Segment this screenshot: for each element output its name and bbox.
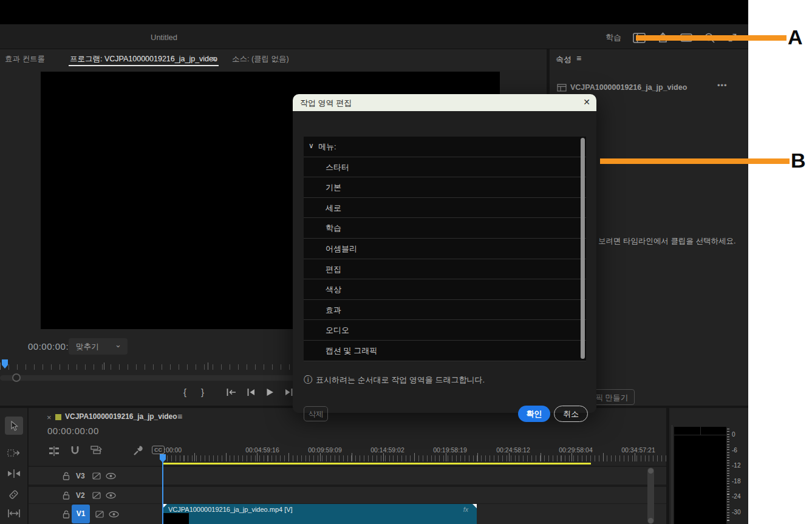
workspace-row[interactable]: 어셈블리 bbox=[304, 239, 586, 259]
selection-tool[interactable] bbox=[5, 417, 23, 435]
audio-meter-bars bbox=[674, 427, 726, 524]
workspace-row[interactable]: 기본 bbox=[304, 177, 586, 198]
mark-out-icon[interactable]: } bbox=[201, 387, 204, 397]
dialog-info-row: ⓘ표시하려는 순서대로 작업 영역을 드래그합니다. bbox=[304, 375, 485, 386]
meter-scale-label: -12 bbox=[732, 462, 740, 469]
workspace-row-label: 편집 bbox=[326, 264, 341, 275]
track-select-forward-tool[interactable] bbox=[7, 448, 21, 458]
clip-thumbnail bbox=[163, 513, 189, 524]
zoom-fit-label: 맞추기 bbox=[76, 342, 99, 352]
delete-button[interactable]: 삭제 bbox=[304, 406, 328, 421]
ok-button[interactable]: 확인 bbox=[518, 406, 550, 422]
clip-name: VCJPA10000019216_ja_jp_video.mp4 [V] bbox=[168, 506, 293, 513]
properties-panel-title: 속성 bbox=[556, 54, 571, 65]
zoom-fit-select[interactable]: 맞추기 ⌄ bbox=[69, 338, 128, 355]
insert-overwrite-nest-icon[interactable] bbox=[49, 446, 60, 457]
razor-tool[interactable] bbox=[8, 489, 19, 500]
workspace-row[interactable]: 편집 bbox=[304, 259, 586, 280]
meter-scale-label: 0 bbox=[732, 431, 735, 438]
chevron-down-icon[interactable]: ∨ bbox=[309, 141, 314, 150]
timeline-settings-wrench-icon[interactable] bbox=[133, 445, 144, 456]
track-lock-icon[interactable] bbox=[63, 491, 70, 500]
snap-magnet-icon[interactable] bbox=[70, 445, 80, 456]
annotation-letter-a: A bbox=[788, 26, 803, 49]
screenshot: Untitled 학습 bbox=[0, 0, 812, 524]
meter-scale-label: -30 bbox=[732, 509, 740, 515]
meter-panel-edge bbox=[672, 425, 672, 524]
mark-in-icon[interactable]: { bbox=[183, 387, 186, 397]
go-to-in-icon[interactable] bbox=[226, 388, 237, 396]
close-sequence-tab-icon[interactable]: × bbox=[47, 413, 52, 422]
workspace-row[interactable]: 세로 bbox=[304, 198, 586, 219]
tab-source-monitor[interactable]: 소스: (클립 없음) bbox=[232, 54, 289, 64]
track-lock-icon[interactable] bbox=[63, 510, 70, 519]
annotation-letter-b: B bbox=[791, 149, 806, 172]
meter-scale-label: -6 bbox=[732, 447, 737, 454]
annotation-line-a bbox=[636, 35, 786, 41]
close-icon[interactable]: ✕ bbox=[583, 97, 590, 107]
premiere-app-window: Untitled 학습 bbox=[0, 0, 748, 524]
video-clip[interactable]: VCJPA10000019216_ja_jp_video.mp4 [V] fx bbox=[163, 504, 477, 524]
meter-peak-divider bbox=[674, 435, 726, 435]
timeline-v-scrollbar[interactable] bbox=[647, 468, 654, 524]
slip-tool[interactable] bbox=[7, 509, 21, 518]
toggle-track-output-eye-icon[interactable] bbox=[109, 511, 119, 517]
track-target-badge[interactable]: V1 bbox=[72, 505, 90, 523]
workspace-row-label: 세로 bbox=[326, 203, 341, 214]
scrollbar-top-cap[interactable] bbox=[648, 468, 653, 474]
workspace-row[interactable]: 효과 bbox=[304, 300, 586, 321]
active-tab-underline bbox=[69, 65, 219, 66]
meter-scale-label: -24 bbox=[732, 493, 740, 500]
program-h-scrollbar-handle[interactable] bbox=[12, 373, 21, 382]
step-back-icon[interactable] bbox=[247, 388, 256, 396]
tab-program-monitor[interactable]: 프로그램: VCJPA10000019216_ja_jp_video bbox=[70, 54, 217, 64]
sequence-color-swatch bbox=[55, 414, 61, 420]
dialog-info-text: 표시하려는 순서대로 작업 영역을 드래그합니다. bbox=[316, 375, 485, 384]
workspace-row[interactable]: 스타터 bbox=[304, 157, 586, 178]
learn-button[interactable]: 학습 bbox=[606, 32, 621, 43]
clip-out-handle[interactable] bbox=[473, 504, 477, 508]
meter-tick-scale bbox=[727, 429, 729, 521]
clip-in-handle[interactable] bbox=[163, 504, 167, 508]
linked-selection-icon[interactable] bbox=[90, 445, 103, 456]
sync-lock-icon[interactable] bbox=[95, 511, 104, 518]
tab-effect-controls[interactable]: 효과 컨트롤 bbox=[5, 54, 45, 64]
workspace-row[interactable]: 오디오 bbox=[304, 320, 586, 341]
sync-lock-icon[interactable] bbox=[92, 492, 101, 499]
meter-scale-label: -18 bbox=[732, 478, 740, 485]
sync-lock-icon[interactable] bbox=[92, 472, 101, 480]
dialog-body: ∨ 메뉴: 스타터 기본 세로 학습 어셈블리 편집 색상 효과 오디오 캡션 … bbox=[293, 111, 596, 413]
timeline-tools-strip bbox=[0, 408, 29, 524]
timeline-panel-menu-icon[interactable]: ≡ bbox=[177, 412, 182, 421]
ripple-edit-tool[interactable] bbox=[7, 469, 21, 479]
workspace-group-header[interactable]: ∨ 메뉴: bbox=[304, 137, 586, 157]
track-label[interactable]: V3 bbox=[76, 472, 85, 480]
sequence-name[interactable]: VCJPA10000019216_ja_jp_video bbox=[570, 83, 687, 92]
play-icon[interactable] bbox=[266, 388, 274, 396]
workspace-row[interactable]: 학습 bbox=[304, 218, 586, 239]
toggle-track-output-eye-icon[interactable] bbox=[106, 472, 116, 479]
track-lock-icon[interactable] bbox=[63, 472, 70, 480]
clip-fx-badge: fx bbox=[463, 506, 468, 513]
panel-menu-icon[interactable]: ≡ bbox=[211, 55, 216, 63]
workspace-row-label: 학습 bbox=[326, 223, 341, 234]
workspace-row-label: 스타터 bbox=[326, 162, 349, 173]
cancel-button[interactable]: 취소 bbox=[554, 406, 588, 422]
properties-panel-menu-icon[interactable]: ≡ bbox=[576, 54, 581, 63]
top-black-strip bbox=[0, 0, 748, 24]
track-label[interactable]: V2 bbox=[76, 491, 85, 500]
workspace-row[interactable]: 캡션 및 그래픽 bbox=[304, 341, 586, 361]
track-v2: V2 bbox=[29, 487, 666, 503]
more-options-icon[interactable]: ••• bbox=[717, 81, 728, 90]
dialog-titlebar[interactable]: 작업 영역 편집 ✕ bbox=[293, 94, 596, 111]
dialog-scrollbar[interactable] bbox=[581, 138, 585, 359]
toggle-track-output-eye-icon[interactable] bbox=[106, 492, 116, 498]
step-forward-icon[interactable] bbox=[284, 388, 293, 396]
workspace-row[interactable]: 색상 bbox=[304, 279, 586, 300]
scrollbar-bottom-cap[interactable] bbox=[648, 518, 653, 523]
track-v3: V3 bbox=[29, 467, 666, 485]
workspace-row-label: 색상 bbox=[326, 284, 341, 295]
timeline-ruler-major-ticks bbox=[163, 453, 666, 461]
chevron-down-icon: ⌄ bbox=[115, 340, 121, 349]
sequence-tab-name[interactable]: VCJPA10000019216_ja_jp_video bbox=[65, 412, 177, 421]
